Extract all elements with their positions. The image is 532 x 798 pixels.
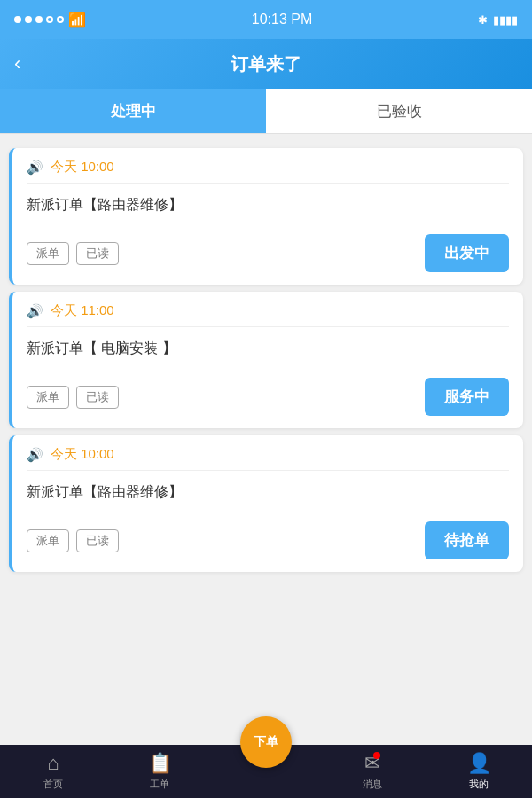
speaker-icon-3: 🔊: [27, 447, 43, 463]
status-bar-right: ✱ ▮▮▮▮: [478, 13, 518, 27]
tag-group-1: 派单 已读: [27, 242, 119, 265]
wifi-icon: 📶: [68, 12, 86, 28]
card-header-2: 🔊 今天 11:00: [12, 292, 523, 326]
order-content-1: 新派订单【路由器维修】: [12, 184, 523, 227]
tag-dispatch-1: 派单: [27, 242, 69, 265]
orders-list: 🔊 今天 10:00 新派订单【路由器维修】 派单 已读 出发中 🔊 今天 11…: [0, 134, 532, 746]
back-button[interactable]: ‹: [14, 52, 20, 75]
tag-group-2: 派单 已读: [27, 386, 119, 409]
status-bar: 📶 10:13 PM ✱ ▮▮▮▮: [0, 0, 532, 39]
orders-icon: 📋: [148, 752, 172, 775]
nav-mine[interactable]: 👤 我的: [426, 752, 532, 791]
order-card-2: 🔊 今天 11:00 新派订单【 电脑安装 】 派单 已读 服务中: [9, 292, 523, 428]
tag-dispatch-3: 派单: [27, 529, 69, 552]
tab-processing[interactable]: 处理中: [0, 89, 266, 133]
card-header-1: 🔊 今天 10:00: [12, 148, 523, 183]
speaker-icon-2: 🔊: [27, 303, 43, 319]
tabs: 处理中 已验收: [0, 89, 532, 134]
speaker-icon-1: 🔊: [27, 160, 43, 176]
header: ‹ 订单来了: [0, 39, 532, 89]
order-content-3: 新派订单【路由器维修】: [12, 471, 523, 514]
tag-group-3: 派单 已读: [27, 529, 119, 552]
status-btn-2[interactable]: 服务中: [425, 378, 509, 416]
tag-read-1: 已读: [76, 242, 119, 265]
place-order-button[interactable]: 下单: [240, 716, 292, 768]
messages-label: 消息: [363, 778, 382, 791]
dot4: [46, 16, 53, 23]
nav-messages[interactable]: ✉ 消息: [319, 752, 426, 791]
home-icon: ⌂: [47, 752, 59, 775]
orders-label: 工单: [150, 778, 169, 791]
card-footer-1: 派单 已读 出发中: [12, 227, 523, 285]
battery-icon: ▮▮▮▮: [493, 13, 518, 27]
status-btn-3[interactable]: 待抢单: [425, 521, 509, 559]
home-label: 首页: [43, 778, 63, 791]
bottom-nav: ⌂ 首页 📋 工单 下单 ✉ 消息 👤 我的: [0, 745, 532, 798]
card-footer-3: 派单 已读 待抢单: [12, 514, 523, 572]
bluetooth-icon: ✱: [478, 13, 488, 27]
dot1: [14, 16, 21, 23]
tag-dispatch-2: 派单: [27, 386, 69, 409]
card-header-3: 🔊 今天 10:00: [12, 435, 523, 470]
message-badge: ✉: [364, 752, 380, 775]
card-footer-2: 派单 已读 服务中: [12, 371, 523, 428]
tab-verified[interactable]: 已验收: [266, 89, 532, 133]
order-content-2: 新派订单【 电脑安装 】: [12, 327, 523, 371]
signal-dots: [14, 16, 64, 23]
nav-home[interactable]: ⌂ 首页: [0, 752, 106, 791]
dot2: [25, 16, 32, 23]
page-title: 订单来了: [231, 52, 301, 76]
tag-read-2: 已读: [76, 386, 119, 409]
dot5: [57, 16, 64, 23]
status-time: 10:13 PM: [252, 12, 312, 27]
message-badge-dot: [373, 752, 380, 759]
status-bar-left: 📶: [14, 12, 86, 28]
nav-orders[interactable]: 📋 工单: [106, 752, 213, 791]
order-card-3: 🔊 今天 10:00 新派订单【路由器维修】 派单 已读 待抢单: [9, 435, 523, 572]
order-card-1: 🔊 今天 10:00 新派订单【路由器维修】 派单 已读 出发中: [9, 148, 523, 285]
status-btn-1[interactable]: 出发中: [425, 234, 509, 272]
dot3: [35, 16, 43, 23]
mine-label: 我的: [469, 778, 489, 791]
tag-read-3: 已读: [76, 529, 119, 552]
mine-icon: 👤: [467, 752, 491, 775]
